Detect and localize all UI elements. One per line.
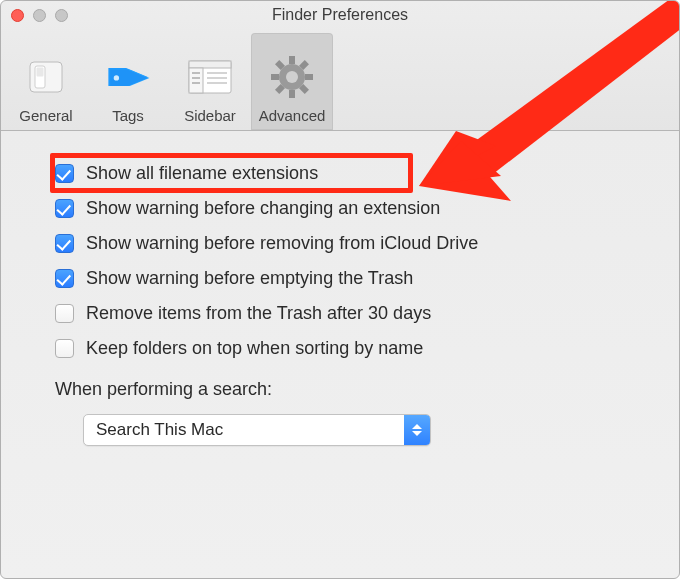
chevron-up-down-icon (404, 415, 430, 445)
svg-rect-13 (289, 56, 295, 64)
option-label: Remove items from the Trash after 30 day… (86, 303, 431, 324)
titlebar: Finder Preferences (1, 1, 679, 29)
switch-icon (21, 53, 71, 101)
option-show-extensions[interactable]: Show all filename extensions (55, 163, 631, 184)
checkbox[interactable] (55, 339, 74, 358)
window-title: Finder Preferences (11, 6, 669, 24)
svg-point-22 (286, 71, 298, 83)
checkbox[interactable] (55, 304, 74, 323)
option-warn-change-ext[interactable]: Show warning before changing an extensio… (55, 198, 631, 219)
sidebar-icon (185, 53, 235, 101)
svg-rect-16 (305, 74, 313, 80)
search-scope-select[interactable]: Search This Mac (83, 414, 431, 446)
traffic-lights (11, 9, 68, 22)
tab-tags[interactable]: Tags (87, 33, 169, 130)
option-label: Show warning before emptying the Trash (86, 268, 413, 289)
toolbar-item-label: Sidebar (184, 107, 236, 124)
toolbar-item-label: Advanced (259, 107, 326, 124)
toolbar-item-label: General (19, 107, 72, 124)
option-warn-icloud[interactable]: Show warning before removing from iCloud… (55, 233, 631, 254)
option-label: Show warning before removing from iCloud… (86, 233, 478, 254)
finder-preferences-window: Finder Preferences General (0, 0, 680, 579)
option-label: Show warning before changing an extensio… (86, 198, 440, 219)
gear-icon (267, 53, 317, 101)
close-button[interactable] (11, 9, 24, 22)
toolbar-item-label: Tags (112, 107, 144, 124)
search-section-label: When performing a search: (55, 379, 631, 400)
svg-rect-6 (189, 68, 203, 93)
option-folders-on-top[interactable]: Keep folders on top when sorting by name (55, 338, 631, 359)
svg-point-3 (114, 75, 119, 80)
minimize-button[interactable] (33, 9, 46, 22)
svg-rect-15 (271, 74, 279, 80)
checkbox[interactable] (55, 269, 74, 288)
checkbox[interactable] (55, 164, 74, 183)
option-warn-empty-trash[interactable]: Show warning before emptying the Trash (55, 268, 631, 289)
option-label: Show all filename extensions (86, 163, 318, 184)
content-pane: Show all filename extensions Show warnin… (1, 131, 679, 466)
select-value: Search This Mac (84, 415, 404, 445)
svg-rect-2 (37, 68, 44, 77)
tab-advanced[interactable]: Advanced (251, 33, 333, 130)
maximize-button[interactable] (55, 9, 68, 22)
svg-rect-14 (289, 90, 295, 98)
option-remove-30-days[interactable]: Remove items from the Trash after 30 day… (55, 303, 631, 324)
tab-sidebar[interactable]: Sidebar (169, 33, 251, 130)
svg-rect-5 (189, 61, 231, 68)
tag-icon (103, 53, 153, 101)
tab-general[interactable]: General (5, 33, 87, 130)
toolbar: General Tags (1, 29, 679, 131)
checkbox[interactable] (55, 199, 74, 218)
checkbox[interactable] (55, 234, 74, 253)
option-label: Keep folders on top when sorting by name (86, 338, 423, 359)
